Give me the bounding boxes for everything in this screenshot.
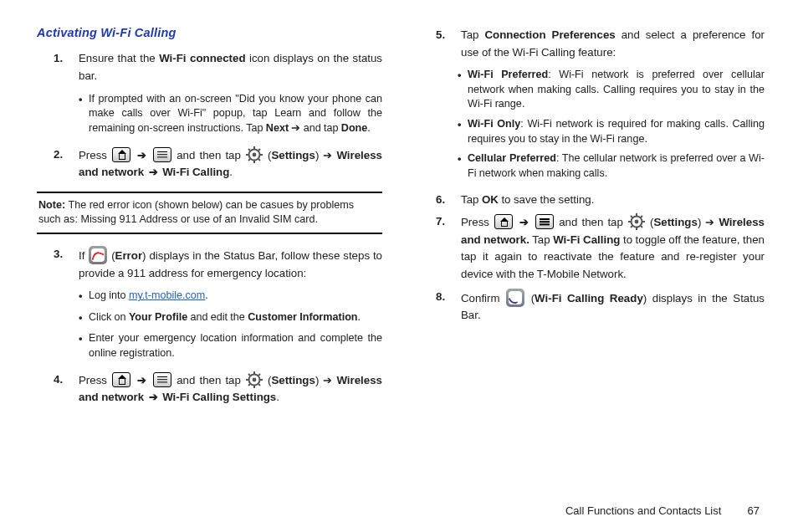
- svg-point-11: [253, 377, 257, 381]
- menu-icon: [535, 214, 554, 229]
- error-icon: [89, 246, 107, 264]
- svg-line-19: [248, 384, 250, 386]
- step-number: 7.: [436, 213, 461, 283]
- page-columns: Activating Wi-Fi Calling 1. Ensure that …: [37, 23, 765, 504]
- home-icon: [112, 372, 130, 387]
- bullet: •Cellular Preferred: The cellular networ…: [458, 151, 765, 181]
- footer-section: Call Functions and Contacts List: [565, 504, 721, 517]
- svg-line-9: [248, 159, 250, 161]
- left-column: Activating Wi-Fi Calling 1. Ensure that …: [37, 23, 382, 504]
- svg-line-28: [641, 216, 642, 217]
- page-footer: Call Functions and Contacts List 67: [37, 504, 765, 517]
- step-text: Tap Connection Preferences and select a …: [461, 27, 765, 61]
- step-number: 6.: [436, 192, 461, 209]
- step-number: 4.: [54, 371, 79, 407]
- menu-icon: [153, 372, 171, 387]
- step-text: If (Error) displays in the Status Bar, f…: [79, 246, 382, 282]
- svg-point-1: [253, 152, 257, 156]
- home-icon: [112, 147, 130, 162]
- step-text: Press ➔ and then tap (Settings) ➔ Wirele…: [79, 371, 382, 407]
- step-5: 5. Tap Connection Preferences and select…: [436, 27, 765, 187]
- svg-line-26: [631, 216, 632, 217]
- bullet: •Wi-Fi Only: Wi-Fi network is required f…: [458, 117, 765, 146]
- svg-line-7: [258, 159, 260, 161]
- step-2: 2. Press ➔ and then tap (Settings) ➔ Wir…: [54, 146, 382, 182]
- step-number: 3.: [54, 246, 79, 366]
- settings-icon: [246, 371, 263, 388]
- svg-line-29: [631, 226, 632, 228]
- svg-point-21: [635, 220, 639, 224]
- step-text: Press ➔ and then tap (Settings) ➔ Wirele…: [79, 146, 382, 182]
- bullet: •Log into my.t-mobile.com.: [79, 289, 382, 305]
- svg-line-27: [641, 226, 642, 228]
- step-number: 8.: [436, 289, 461, 325]
- section-heading: Activating Wi-Fi Calling: [37, 23, 382, 42]
- step-1: 1. Ensure that the Wi-Fi connected icon …: [54, 50, 382, 141]
- step-text: Ensure that the Wi-Fi connected icon dis…: [79, 50, 382, 84]
- settings-icon: [246, 146, 263, 163]
- home-icon: [494, 214, 513, 229]
- note-text: The red error icon (shown below) can be …: [38, 199, 354, 226]
- wifi-calling-ready-icon: [506, 289, 524, 307]
- step-text: Press ➔ and then tap (Settings) ➔ Wirele…: [461, 213, 765, 283]
- menu-icon: [153, 147, 171, 162]
- svg-line-8: [258, 149, 260, 151]
- step-text: Confirm (Wi-Fi Calling Ready) displays i…: [461, 289, 765, 325]
- step-text: Tap OK to save the setting.: [461, 192, 765, 209]
- svg-line-6: [248, 149, 250, 151]
- bullet: • If prompted with an on-screen "Did you…: [79, 92, 382, 136]
- step-number: 1.: [54, 50, 79, 141]
- step-4: 4. Press ➔ and then tap (Settings) ➔ Wir…: [54, 371, 382, 407]
- bullet: •Click on Your Profile and edit the Cust…: [79, 310, 382, 327]
- step-6: 6. Tap OK to save the setting.: [436, 192, 765, 209]
- step-7: 7. Press ➔ and then tap (Settings) ➔ Wir…: [436, 213, 765, 283]
- svg-line-17: [258, 384, 260, 386]
- bullet: •Wi-Fi Preferred: Wi-Fi network is prefe…: [458, 68, 765, 112]
- step-number: 2.: [54, 146, 79, 182]
- svg-line-18: [258, 374, 260, 376]
- note-box: Note: The red error icon (shown below) c…: [37, 192, 382, 234]
- bullet: •Enter your emergency location informati…: [79, 331, 382, 361]
- right-column: 5. Tap Connection Preferences and select…: [419, 23, 765, 504]
- page-number: 67: [724, 504, 760, 517]
- tmobile-link[interactable]: my.t-mobile.com: [129, 289, 205, 301]
- step-8: 8. Confirm (Wi-Fi Calling Ready) display…: [436, 289, 765, 325]
- svg-line-16: [248, 374, 250, 376]
- settings-icon: [628, 213, 645, 230]
- note-label: Note:: [38, 199, 65, 211]
- step-3: 3. If (Error) displays in the Status Bar…: [54, 246, 382, 366]
